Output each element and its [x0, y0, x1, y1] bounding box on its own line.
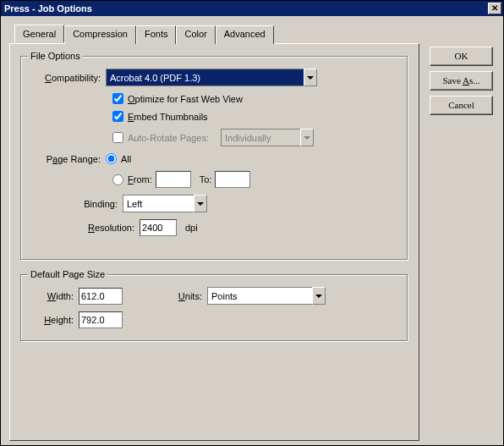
binding-dropdown[interactable]: Left [123, 195, 207, 212]
tab-advanced[interactable]: Advanced [216, 25, 274, 44]
ok-button[interactable]: OK [430, 47, 493, 66]
autorotate-checkbox[interactable] [112, 132, 123, 143]
pagerange-to-input[interactable] [215, 171, 250, 188]
pagerange-to-label: To: [200, 174, 212, 184]
pagerange-label: Page Range: [31, 154, 106, 164]
autorotate-dropdown: Individually [221, 129, 314, 146]
pagerange-from-input[interactable] [156, 171, 191, 188]
chevron-down-icon[interactable] [304, 69, 317, 86]
optimize-checkbox[interactable] [112, 93, 123, 104]
compatibility-dropdown[interactable]: Acrobat 4.0 (PDF 1.3) [106, 69, 317, 86]
titlebar: Press - Job Options ✕ [1, 1, 503, 16]
resolution-label: Resolution: [31, 223, 140, 233]
tab-general[interactable]: General [14, 25, 64, 43]
button-column: OK Save As... Cancel [430, 47, 493, 115]
client-area: General Compression Fonts Color Advanced… [1, 16, 503, 445]
binding-label: Binding: [31, 199, 123, 209]
save-as-button[interactable]: Save As... [430, 71, 493, 91]
pagerange-from-radio[interactable] [112, 174, 123, 185]
resolution-input[interactable] [140, 219, 177, 236]
window-title: Press - Job Options [4, 3, 92, 14]
group-file-options: File Options Compatibility: Acrobat 4.0 … [20, 56, 408, 261]
embed-label: Embed Thumbnails [128, 112, 208, 122]
cancel-button[interactable]: Cancel [430, 96, 493, 115]
optimize-label: Optimize for Fast Web View [128, 94, 243, 104]
group-file-options-legend: File Options [28, 51, 83, 61]
dialog-window: Press - Job Options ✕ General Compressio… [0, 0, 504, 446]
units-dropdown[interactable]: Points [207, 287, 326, 305]
binding-value: Left [123, 195, 194, 212]
compatibility-label: Compatibility: [31, 73, 106, 83]
chevron-down-icon[interactable] [312, 287, 326, 305]
close-icon[interactable]: ✕ [488, 3, 501, 14]
width-input[interactable] [79, 288, 123, 305]
chevron-down-icon[interactable] [194, 195, 207, 212]
compatibility-value: Acrobat 4.0 (PDF 1.3) [106, 69, 304, 86]
tab-compression[interactable]: Compression [64, 25, 136, 44]
autorotate-label: Auto-Rotate Pages: [128, 133, 209, 143]
pagerange-all-label: All [121, 154, 131, 164]
group-default-page-size: Default Page Size Width: Units: Points H… [20, 274, 408, 342]
units-label: Units: [173, 291, 207, 301]
chevron-down-icon [300, 129, 314, 146]
resolution-unit: dpi [185, 223, 198, 233]
height-input[interactable] [79, 311, 123, 328]
autorotate-value: Individually [221, 129, 300, 146]
units-value: Points [207, 287, 312, 305]
pagerange-from-label: From: [128, 174, 152, 184]
tab-color[interactable]: Color [176, 25, 215, 44]
tab-fonts[interactable]: Fonts [136, 25, 177, 44]
width-label: Width: [38, 291, 79, 301]
embed-checkbox[interactable] [112, 111, 123, 122]
tab-strip: General Compression Fonts Color Advanced [14, 25, 495, 43]
pagerange-all-radio[interactable] [106, 153, 117, 164]
height-label: Height: [38, 315, 79, 325]
tab-panel-general: File Options Compatibility: Acrobat 4.0 … [9, 43, 419, 441]
group-default-page-size-legend: Default Page Size [28, 269, 107, 279]
